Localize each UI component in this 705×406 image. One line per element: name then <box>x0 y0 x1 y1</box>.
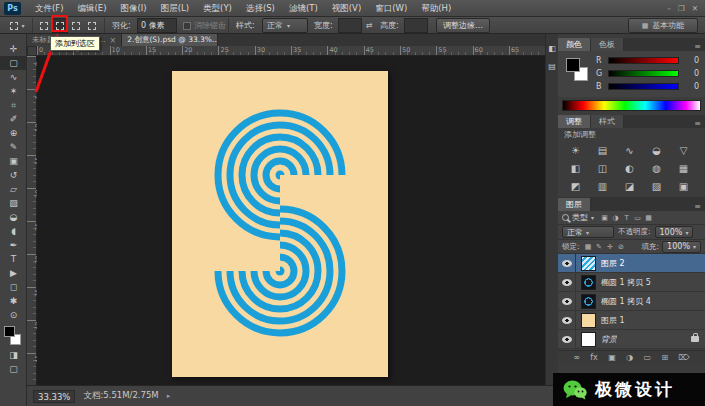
visibility-toggle[interactable] <box>558 311 576 329</box>
quick-mask-button[interactable]: ◨ <box>0 348 27 362</box>
channel-slider[interactable] <box>608 57 679 64</box>
menu-item-2[interactable]: 图像(I) <box>114 0 154 16</box>
filter-smart-icon[interactable]: ▦ <box>643 214 654 222</box>
black-white-icon[interactable]: ◐ <box>616 159 643 177</box>
new-layer-icon[interactable]: ⊞ <box>661 353 668 362</box>
swap-dimensions-icon[interactable]: ⇄ <box>366 18 373 33</box>
eyedropper-tool[interactable]: ✐ <box>0 112 27 126</box>
levels-icon[interactable]: ▤ <box>589 141 616 159</box>
intersect-selection-button[interactable] <box>84 18 100 33</box>
channel-value[interactable]: 0 <box>683 56 699 65</box>
canvas-area[interactable] <box>37 56 545 385</box>
menu-item-3[interactable]: 图层(L) <box>154 0 196 16</box>
restore-button[interactable]: ❐ <box>678 4 685 13</box>
menu-item-5[interactable]: 选择(S) <box>239 0 282 16</box>
quick-selection-tool[interactable]: ✶ <box>0 84 27 98</box>
height-input[interactable] <box>404 18 428 33</box>
layer-row[interactable]: 背景 <box>558 330 705 349</box>
menu-item-0[interactable]: 文件(F) <box>28 0 71 16</box>
eraser-tool[interactable]: ▱ <box>0 182 27 196</box>
channel-value[interactable]: 0 <box>683 69 699 78</box>
blend-mode-dropdown[interactable]: 正常 ▾ <box>562 226 614 238</box>
panel-menu-icon[interactable]: ≡ <box>690 202 705 211</box>
screen-mode-button[interactable]: ▢ <box>0 362 27 376</box>
pen-tool[interactable]: ✒ <box>0 238 27 252</box>
properties-panel-icon[interactable]: ▤ <box>546 60 558 72</box>
healing-brush-tool[interactable]: ⊕ <box>0 126 27 140</box>
curves-icon[interactable]: ∿ <box>616 141 643 159</box>
gradient-tool[interactable]: ▨ <box>0 196 27 210</box>
panel-menu-icon[interactable]: ≡ <box>690 42 705 51</box>
layer-mask-icon[interactable]: ▣ <box>608 353 616 362</box>
invert-icon[interactable]: ◩ <box>562 177 589 195</box>
clone-stamp-tool[interactable]: ▣ <box>0 154 27 168</box>
path-selection-tool[interactable]: ▶ <box>0 266 27 280</box>
lock-transparency-icon[interactable]: ▦ <box>583 243 594 251</box>
menu-item-8[interactable]: 窗口(W) <box>368 0 414 16</box>
channel-value[interactable]: 0 <box>683 82 699 91</box>
lock-pixels-icon[interactable]: ✎ <box>594 243 605 251</box>
visibility-toggle[interactable] <box>558 254 576 272</box>
photo-filter-icon[interactable]: ◍ <box>643 159 670 177</box>
fill-dropdown[interactable]: 100% ▾ <box>662 241 701 253</box>
zoom-tool[interactable]: ⊙ <box>0 308 27 322</box>
menu-item-4[interactable]: 类型(Y) <box>196 0 239 16</box>
feather-input[interactable]: 0 像素 <box>137 18 177 33</box>
tab-adjustments-1[interactable]: 样式 <box>591 115 624 128</box>
blur-tool[interactable]: ◒ <box>0 210 27 224</box>
tab-layers[interactable]: 图层 <box>558 198 591 211</box>
new-adjustment-layer-icon[interactable]: ◑ <box>626 353 633 362</box>
horizontal-ruler[interactable]: 05101520253035404550556065 <box>37 46 545 56</box>
document-tab[interactable]: 2.创意(S).psd @ 33.3%…× <box>122 34 218 46</box>
type-tool[interactable]: T <box>0 252 27 266</box>
minimize-button[interactable]: – <box>667 4 671 13</box>
lock-all-icon[interactable]: ⊘ <box>616 243 627 251</box>
refine-edge-button[interactable]: 调整边缘… <box>436 18 490 33</box>
channel-mixer-icon[interactable]: ▦ <box>670 159 697 177</box>
brightness-contrast-icon[interactable]: ☀ <box>562 141 589 159</box>
panel-menu-icon[interactable]: ≡ <box>690 119 705 128</box>
channel-slider[interactable] <box>608 83 679 90</box>
link-layers-icon[interactable]: ∞ <box>573 353 580 362</box>
close-tab-icon[interactable]: × <box>110 36 117 45</box>
visibility-toggle[interactable] <box>558 330 576 348</box>
menu-item-1[interactable]: 编辑(E) <box>71 0 114 16</box>
history-panel-icon[interactable]: ◧ <box>546 42 558 54</box>
filter-shape-icon[interactable]: ▭ <box>632 214 643 222</box>
brush-tool[interactable]: ✎ <box>0 140 27 154</box>
document-artboard[interactable] <box>172 71 388 377</box>
color-balance-icon[interactable]: ◫ <box>589 159 616 177</box>
layer-thumbnail[interactable] <box>581 275 596 290</box>
foreground-color-swatch[interactable] <box>566 58 580 72</box>
workspace-switcher[interactable]: ▦ 基本功能 <box>628 18 698 33</box>
layer-row[interactable]: 图层 2 <box>558 254 705 273</box>
menu-item-7[interactable]: 视图(V) <box>325 0 368 16</box>
layer-row[interactable]: 椭圆 1 拷贝 5 <box>558 273 705 292</box>
tab-color-1[interactable]: 色板 <box>591 38 624 51</box>
subtract-from-selection-button[interactable] <box>68 18 84 33</box>
color-spectrum-ramp[interactable] <box>562 100 701 111</box>
foreground-color-swatch[interactable] <box>4 326 15 337</box>
chevron-down-icon[interactable]: ▾ <box>591 214 594 221</box>
new-group-icon[interactable]: ▭ <box>643 353 651 362</box>
hue-saturation-icon[interactable]: ◧ <box>562 159 589 177</box>
vertical-ruler[interactable]: 051015202530354045 <box>27 56 37 385</box>
layer-row[interactable]: 图层 1 <box>558 311 705 330</box>
tool-preset-picker[interactable]: ▾ <box>3 18 33 33</box>
exposure-icon[interactable]: ◒ <box>643 141 670 159</box>
antialias-checkbox[interactable]: 消除锯齿 <box>183 18 226 33</box>
status-menu-arrow-icon[interactable]: ▸ <box>167 392 171 400</box>
shape-tool[interactable]: ◻ <box>0 280 27 294</box>
close-button[interactable]: ✕ <box>692 4 698 13</box>
width-input[interactable] <box>338 18 362 33</box>
layer-thumbnail[interactable] <box>581 332 596 347</box>
move-tool[interactable]: ✛ <box>0 42 27 56</box>
delete-layer-icon[interactable]: ⌦ <box>678 353 689 362</box>
selective-color-icon[interactable]: ▣ <box>670 177 697 195</box>
visibility-toggle[interactable] <box>558 292 576 310</box>
tab-color-0[interactable]: 颜色 <box>558 38 591 51</box>
filter-type-icon[interactable]: T <box>621 214 632 222</box>
layer-thumbnail[interactable] <box>581 313 596 328</box>
layer-style-icon[interactable]: fx <box>590 353 598 362</box>
lock-position-icon[interactable]: ✛ <box>605 243 616 251</box>
